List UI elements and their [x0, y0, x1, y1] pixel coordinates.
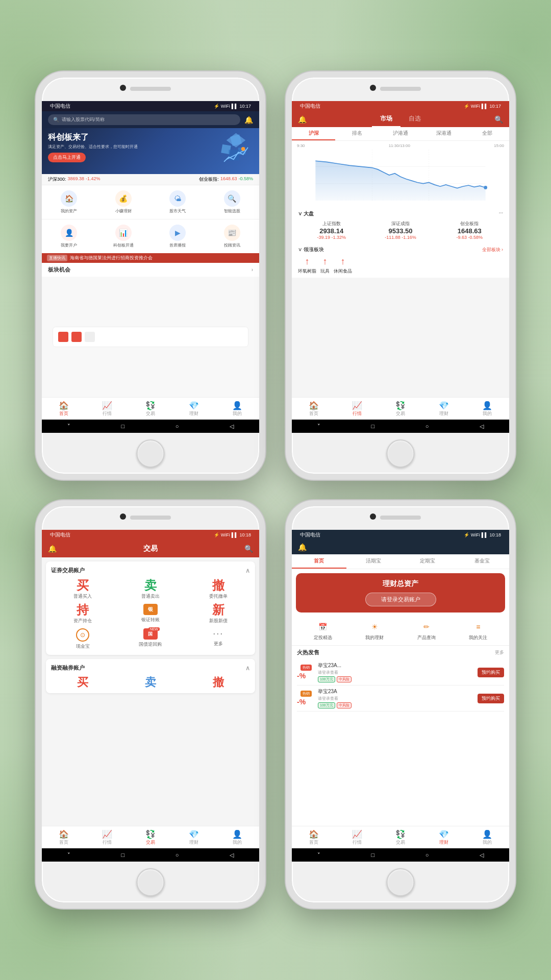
- phone3-trade-national[interactable]: 国 NEW 国债逆回购: [119, 628, 183, 650]
- phone4-tab-current[interactable]: 活期宝: [346, 554, 401, 569]
- phone3-margin-cancel[interactable]: 撤: [186, 677, 250, 688]
- phone1-banner-btn[interactable]: 点击马上开通: [48, 153, 86, 162]
- phone3-trade-cancel[interactable]: 撤 委托撤单: [186, 579, 250, 600]
- p4-android-recent[interactable]: ◁: [480, 852, 484, 859]
- phone1-search[interactable]: 🔍 请输入股票代码/简称: [48, 114, 240, 125]
- phone1-quick-smart[interactable]: 🔍 智能选股: [205, 188, 260, 216]
- phone2-nav-market[interactable]: 📈 行情: [352, 402, 362, 417]
- phone3-sec-collapse[interactable]: ∧: [245, 567, 250, 574]
- phone2-home-button[interactable]: [387, 439, 415, 468]
- p3-android-home[interactable]: □: [121, 852, 125, 858]
- phone3-trade-transfer[interactable]: 银 银证转账: [119, 604, 183, 624]
- phone4-tab-home[interactable]: 首页: [292, 554, 346, 569]
- phone2-sector-huanyang[interactable]: ↑ 环氧树脂: [298, 256, 316, 275]
- p3-android-recent[interactable]: ◁: [230, 852, 234, 859]
- phone1-quick-kcb[interactable]: 📊 科创板开通: [96, 223, 151, 250]
- phone3-home-button[interactable]: [137, 868, 165, 896]
- phone2-sector-leisure[interactable]: ↑ 休闲食品: [334, 256, 352, 275]
- phone1-quick-broadcast[interactable]: ▶ 首席播报: [151, 223, 205, 250]
- phone2-index-sz[interactable]: 深证成指 9533.50 -111.88 -1.16%: [367, 220, 434, 240]
- phone3-trade-more[interactable]: ··· 更多: [186, 628, 250, 650]
- phone3-search[interactable]: 🔍: [244, 545, 253, 553]
- phone2-tab-market[interactable]: 市场: [372, 111, 400, 127]
- phone2-nav-trade[interactable]: 💱 交易: [395, 402, 406, 417]
- phone1-quick-assets[interactable]: 🏠 我的资产: [42, 188, 96, 216]
- phone2-nav-finance[interactable]: 💎 理财: [439, 402, 449, 417]
- phone3-trade-sell[interactable]: 卖 普通卖出: [119, 579, 183, 600]
- phone1-quick-open[interactable]: 👤 我要开户: [42, 223, 96, 250]
- phone4-quick-fixed[interactable]: 📅 定投精选: [297, 621, 349, 641]
- hot-btn2[interactable]: 预约购买: [478, 694, 504, 703]
- phone4-nav-me[interactable]: 👤 我的: [482, 830, 492, 846]
- phone3-margin-sell[interactable]: 卖: [119, 677, 183, 688]
- phone1-quick-weather[interactable]: 🌤 股市天气: [151, 188, 205, 216]
- phone4-tab-fixed[interactable]: 定期宝: [400, 554, 455, 569]
- phone2-subtab-szhk[interactable]: 深港通: [422, 127, 466, 140]
- phone2-subtab-all[interactable]: 全部: [466, 127, 509, 140]
- phone3-nav-trade[interactable]: 💱 交易: [145, 830, 156, 846]
- hot-btn1[interactable]: 预约购买: [478, 668, 504, 677]
- phone3-nav-market[interactable]: 📈 行情: [102, 830, 112, 846]
- phone2-bell[interactable]: 🔔: [298, 115, 307, 124]
- phone1-quick-news[interactable]: 📰 投顾资讯: [205, 223, 260, 250]
- phone4-nav-finance[interactable]: 💎 理财: [439, 830, 449, 846]
- phone3-trade-newstock[interactable]: 新 新股新债: [186, 604, 250, 624]
- phone1-nav-me[interactable]: 👤 我的: [232, 402, 242, 417]
- android-circle[interactable]: ○: [176, 423, 179, 429]
- phone3-trade-buy[interactable]: 买 普通买入: [51, 579, 115, 600]
- phone2-tab-custom[interactable]: 自选: [400, 111, 429, 127]
- phone2-nav-me[interactable]: 👤 我的: [482, 402, 492, 417]
- android-home[interactable]: □: [121, 423, 125, 429]
- phone4-quick-query[interactable]: ✏ 产品查询: [400, 621, 453, 641]
- p2-android-back[interactable]: ˅: [317, 423, 320, 430]
- phone1-home-button[interactable]: [137, 439, 165, 468]
- p3-android-back[interactable]: ˅: [67, 852, 70, 859]
- phone4-quick-myfinance[interactable]: ☀ 我的理财: [349, 621, 401, 641]
- phone3-margin-buy[interactable]: 买: [51, 677, 115, 688]
- phone3-nav-finance[interactable]: 💎 理财: [189, 830, 199, 846]
- p2-android-recent[interactable]: ◁: [480, 423, 484, 430]
- phone2-subtab-shhk[interactable]: 沪港通: [379, 127, 422, 140]
- phone3-trade-hold[interactable]: 持 资产持仓: [51, 604, 115, 624]
- phone4-nav-trade[interactable]: 💱 交易: [395, 830, 406, 846]
- phone3-nav-me[interactable]: 👤 我的: [232, 830, 242, 846]
- phone2-subtab-rank[interactable]: 排名: [335, 127, 379, 140]
- p2-android-circle[interactable]: ○: [425, 423, 429, 429]
- phone4-bell[interactable]: 🔔: [298, 543, 307, 551]
- phone2-index-sh[interactable]: 上证指数 2938.14 -39.19 -1.32%: [298, 220, 365, 240]
- phone3-trade-gold[interactable]: ⊙ 现金宝: [51, 628, 115, 650]
- phone1-nav-home[interactable]: 🏠 首页: [59, 402, 69, 417]
- phone3-margin-collapse[interactable]: ∧: [245, 665, 250, 672]
- android-back[interactable]: ˅: [67, 423, 70, 430]
- p4-android-home[interactable]: □: [371, 852, 375, 858]
- phone4-home-button[interactable]: [387, 868, 415, 896]
- phone2-index-cy[interactable]: 创业板指 1648.63 -9.63 -0.58%: [436, 220, 503, 240]
- android-recent[interactable]: ◁: [230, 423, 234, 430]
- phone1-nav-trade[interactable]: 💱 交易: [145, 402, 156, 417]
- phone2-search-icon[interactable]: 🔍: [494, 115, 503, 124]
- phone1-nav-finance[interactable]: 💎 理财: [189, 402, 199, 417]
- phone4-login-btn[interactable]: 请登录交易账户: [365, 593, 436, 606]
- phone1-banner: 科创板来了 满足资产、交易经验、适合性要求，您可能时开通 点击马上开通: [42, 128, 259, 174]
- p3-android-circle[interactable]: ○: [176, 852, 179, 858]
- phone1-bell-icon[interactable]: 🔔: [244, 116, 253, 124]
- phone4-nav-market[interactable]: 📈 行情: [352, 830, 362, 846]
- phone2-sector-toys[interactable]: ↑ 玩具: [320, 256, 330, 275]
- phone2-nav-home[interactable]: 🏠 首页: [309, 402, 319, 417]
- phone4-quick-follow[interactable]: ≡ 我的关注: [453, 621, 505, 641]
- phone1-section-chevron[interactable]: ›: [252, 267, 253, 273]
- phone2-dots[interactable]: ···: [499, 210, 503, 217]
- phone4-hot-more[interactable]: 更多: [495, 649, 504, 656]
- p4-android-circle[interactable]: ○: [425, 852, 429, 858]
- phone3-nav-home[interactable]: 🏠 首页: [59, 830, 69, 846]
- phone2-sector-more[interactable]: 全部板块 ›: [482, 247, 504, 253]
- phone1-quick-wealth[interactable]: 💰 小赚理财: [96, 188, 151, 216]
- phone4: 中国电信 ⚡ WiFi ▌▌ 10:18 🔔 首页 活期宝 定期宝 基金宝: [286, 500, 515, 909]
- phone3-bell[interactable]: 🔔: [48, 545, 57, 553]
- phone4-nav-home[interactable]: 🏠 首页: [309, 830, 319, 846]
- phone2-subtab-shenzhen[interactable]: 沪深: [292, 127, 335, 140]
- p4-android-back[interactable]: ˅: [317, 852, 320, 859]
- p2-android-home[interactable]: □: [371, 423, 375, 429]
- phone1-nav-market[interactable]: 📈 行情: [102, 402, 112, 417]
- phone4-tab-fund[interactable]: 基金宝: [455, 554, 510, 569]
